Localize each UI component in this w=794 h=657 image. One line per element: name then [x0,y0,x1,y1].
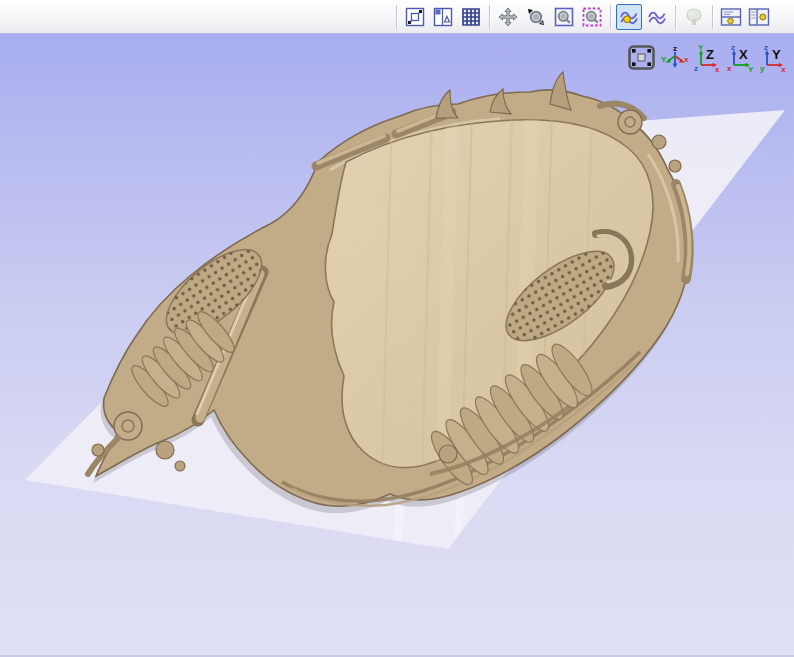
svg-text:Z: Z [706,47,714,62]
main-toolbar [0,0,794,34]
svg-text:y: y [760,64,765,73]
svg-text:x: x [727,64,732,73]
zoom-selection-button[interactable] [579,4,605,30]
3d-viewport[interactable]: z Y x Y z x Z [0,34,794,657]
zoom-objects-button[interactable] [402,4,428,30]
svg-text:x: x [715,65,720,73]
side-view-button[interactable]: z x Y X [726,43,756,73]
application-window: { "window": {"width": 794, "height": 657… [0,0,794,657]
magnifier-dashed-box-icon [582,7,602,27]
isometric-view-button[interactable] [626,43,657,73]
tile-windows-horizontal-button[interactable] [718,4,744,30]
front-view-button[interactable]: z y x Y [759,43,789,73]
magnifier-arrows-icon [526,7,546,27]
magnifier-box-icon [554,7,574,27]
tile-vertical-icon [748,7,770,27]
top-view-icon: Y z x Z [693,43,723,73]
toolbar-button-strip [392,0,773,33]
preview-toolpaths-button[interactable] [616,4,642,30]
svg-text:z: z [694,64,698,73]
zoom-objects-icon [405,7,425,27]
toolbar-separator [675,5,676,29]
split-2d3d-view-icon [433,7,453,27]
top-view-button[interactable]: Y z x Z [693,43,723,73]
svg-text:z: z [764,43,768,52]
toolbar-separator [489,5,490,29]
pan-arrows-icon [498,7,518,27]
svg-text:Y: Y [772,47,781,62]
toolpath-curves-icon [647,7,667,27]
grid-button[interactable] [458,4,484,30]
toolbar-separator [610,5,611,29]
toolbar-separator [712,5,713,29]
svg-text:x: x [781,65,786,73]
svg-text:X: X [739,47,748,62]
iso-view-icon [626,43,657,73]
3d-scene [0,34,794,657]
zoom-box-button[interactable] [551,4,577,30]
toolpath-curves-ball-icon [619,7,639,27]
pan-view-button[interactable] [495,4,521,30]
svg-text:z: z [731,43,735,52]
grid-icon [461,7,481,27]
toolbar-separator [396,5,397,29]
side-view-icon: z x Y X [726,43,756,73]
svg-text:Y: Y [748,65,754,73]
svg-text:x: x [684,55,689,64]
solid-model-icon [684,7,704,27]
svg-text:z: z [673,44,677,53]
front-view-icon: z y x Y [759,43,789,73]
zoom-interactive-button[interactable] [523,4,549,30]
view-orientation-controls: z Y x Y z x Z [626,43,789,73]
draw-toolpaths-button[interactable] [644,4,670,30]
axes-3d-icon: z Y x [660,43,690,73]
free-rotate-view-button[interactable]: z Y x [660,43,690,73]
solid-preview-button [681,4,707,30]
tile-windows-vertical-button[interactable] [746,4,772,30]
split-2d3d-view-button[interactable] [430,4,456,30]
tile-horizontal-icon [720,7,742,27]
